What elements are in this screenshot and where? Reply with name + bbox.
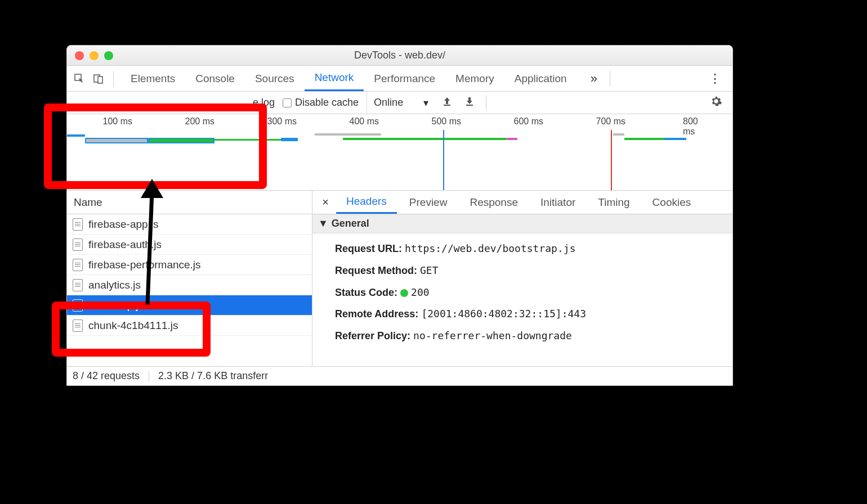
ruler-tick: 300 ms xyxy=(267,116,297,127)
request-row[interactable]: firebase-performance.js xyxy=(67,255,312,275)
label: Request Method: xyxy=(335,265,417,276)
detail-tab-cookies[interactable]: Cookies xyxy=(642,191,701,214)
domcontentloaded-line xyxy=(443,130,444,190)
request-detail-panel: × Headers Preview Response Initiator Tim… xyxy=(312,191,732,366)
timeline-bar xyxy=(506,138,517,140)
device-toggle-icon[interactable] xyxy=(91,71,106,87)
request-name: firebase-performance.js xyxy=(88,259,201,271)
svg-rect-3 xyxy=(444,105,450,106)
tab-elements[interactable]: Elements xyxy=(120,66,185,91)
timeline-bar xyxy=(148,138,214,143)
detail-tab-timing[interactable]: Timing xyxy=(588,191,640,214)
label: Referrer Policy: xyxy=(335,330,410,341)
request-row[interactable]: firebase-app.js xyxy=(67,214,312,235)
har-buttons xyxy=(436,96,475,109)
value: no-referrer-when-downgrade xyxy=(413,330,572,341)
detail-tabs: × Headers Preview Response Initiator Tim… xyxy=(312,191,732,214)
timeline-bar xyxy=(67,134,85,137)
tab-application[interactable]: Application xyxy=(504,66,577,91)
timeline-bar xyxy=(664,138,686,140)
value: 200 xyxy=(411,286,430,298)
svg-rect-4 xyxy=(466,105,473,106)
separator xyxy=(610,71,610,87)
status-dot-icon xyxy=(400,289,408,297)
tab-memory[interactable]: Memory xyxy=(445,66,504,91)
network-split: Name firebase-app.js firebase-auth.js fi… xyxy=(67,191,732,366)
detail-tab-response[interactable]: Response xyxy=(459,191,528,214)
file-icon xyxy=(73,320,83,332)
timeline-bar xyxy=(315,133,381,136)
ruler-tick: 600 ms xyxy=(514,116,543,127)
load-line xyxy=(611,130,612,190)
more-tabs-button[interactable]: » xyxy=(585,71,603,86)
svg-rect-2 xyxy=(98,76,102,83)
panel-tabs: Elements Console Sources Network Perform… xyxy=(120,66,577,91)
request-list-panel: Name firebase-app.js firebase-auth.js fi… xyxy=(67,191,312,366)
separator xyxy=(149,371,149,382)
timeline-bar xyxy=(444,138,506,140)
preserve-log-checkbox[interactable]: e log xyxy=(253,97,275,109)
request-name: firebase-app.js xyxy=(88,218,159,231)
request-name: chunk-4c1b4111.js xyxy=(88,320,178,332)
ruler-tick: 200 ms xyxy=(185,116,214,127)
general-section-header[interactable]: ▼ General xyxy=(312,214,732,233)
request-row[interactable]: firebase-auth.js xyxy=(67,235,312,255)
ruler-tick: 700 ms xyxy=(596,116,625,127)
disable-cache-label: Disable cache xyxy=(295,97,359,109)
request-row[interactable]: chunk-4c1b4111.js xyxy=(67,316,312,336)
main-toolbar: Elements Console Sources Network Perform… xyxy=(67,66,732,92)
timeline-overview[interactable]: 100 ms 200 ms 300 ms 400 ms 500 ms 600 m… xyxy=(67,114,732,191)
status-code-row: Status Code: 200 xyxy=(335,282,721,304)
request-row[interactable]: analytics.js xyxy=(67,275,312,295)
timeline-bar xyxy=(613,133,624,136)
file-icon xyxy=(73,238,83,251)
file-icon xyxy=(73,259,83,271)
label: Remote Address: xyxy=(335,308,418,320)
chevron-down-icon: ▾ xyxy=(423,97,428,109)
timeline-bars xyxy=(67,130,732,190)
inspect-element-icon[interactable] xyxy=(71,71,87,87)
throttling-value: Online xyxy=(374,97,403,109)
devtools-window: DevTools - web.dev/ Elements Console Sou… xyxy=(66,45,733,386)
request-name: bootstrap.js xyxy=(88,299,144,312)
request-list[interactable]: firebase-app.js firebase-auth.js firebas… xyxy=(67,214,312,366)
request-name: firebase-auth.js xyxy=(88,238,162,251)
tab-network[interactable]: Network xyxy=(305,66,364,91)
download-icon[interactable] xyxy=(464,96,475,109)
timeline-bar xyxy=(281,138,298,141)
request-url-row: Request URL: https://web.dev/bootstrap.j… xyxy=(335,238,721,260)
detail-tab-initiator[interactable]: Initiator xyxy=(530,191,586,214)
detail-tab-preview[interactable]: Preview xyxy=(399,191,458,214)
titlebar: DevTools - web.dev/ xyxy=(67,46,732,66)
settings-gear-icon[interactable] xyxy=(705,95,727,110)
file-icon xyxy=(73,218,83,231)
timeline-bar xyxy=(85,138,148,143)
value: GET xyxy=(420,264,439,276)
remote-address-row: Remote Address: [2001:4860:4802:32::15]:… xyxy=(335,303,721,325)
upload-icon[interactable] xyxy=(442,96,452,109)
detail-tab-headers[interactable]: Headers xyxy=(336,191,397,214)
disable-cache-checkbox[interactable]: Disable cache xyxy=(283,97,359,109)
referrer-policy-row: Referrer Policy: no-referrer-when-downgr… xyxy=(335,325,721,347)
throttling-select[interactable]: Online ▾ xyxy=(367,92,428,114)
checkbox-icon xyxy=(283,98,292,107)
file-icon xyxy=(73,299,83,312)
tab-console[interactable]: Console xyxy=(185,66,245,91)
separator xyxy=(113,71,114,87)
request-method-row: Request Method: GET xyxy=(335,260,721,282)
request-count: 8 / 42 requests xyxy=(73,370,140,382)
ruler-tick: 100 ms xyxy=(103,116,132,127)
status-bar: 8 / 42 requests 2.3 KB / 7.6 KB transfer… xyxy=(67,366,732,385)
close-detail-button[interactable]: × xyxy=(317,196,334,209)
request-name: analytics.js xyxy=(88,279,141,291)
timeline-bar xyxy=(214,139,282,141)
name-column-header[interactable]: Name xyxy=(67,191,312,214)
ruler-tick: 500 ms xyxy=(432,116,461,127)
kebab-menu-icon[interactable]: ⋮ xyxy=(702,71,728,86)
disclosure-triangle-icon: ▼ xyxy=(318,218,328,230)
network-filter-bar: e log Disable cache Online ▾ xyxy=(67,92,732,114)
tab-performance[interactable]: Performance xyxy=(364,66,445,91)
request-row-selected[interactable]: bootstrap.js xyxy=(67,295,312,316)
tab-sources[interactable]: Sources xyxy=(245,66,305,91)
timeline-ruler: 100 ms 200 ms 300 ms 400 ms 500 ms 600 m… xyxy=(67,114,732,130)
